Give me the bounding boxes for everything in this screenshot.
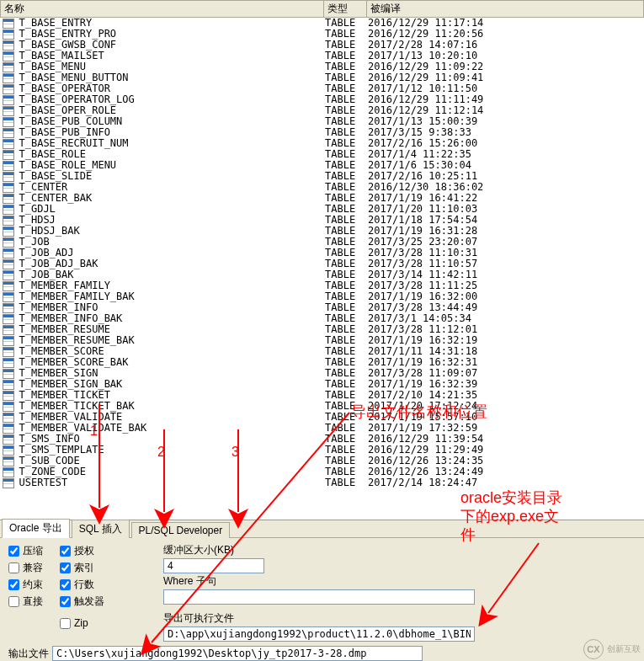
table-row[interactable]: T_JOBTABLE2017/3/25 23:20:07	[1, 237, 644, 248]
table-icon	[1, 445, 18, 456]
table-icon	[1, 160, 18, 171]
table-icon	[1, 401, 18, 412]
table-row[interactable]: T_HDSJ_BAKTABLE2017/1/19 16:31:28	[1, 226, 644, 237]
table-icon	[1, 335, 18, 346]
output-input[interactable]	[52, 646, 423, 661]
cell-type: TABLE	[323, 477, 366, 488]
opt-index[interactable]: 索引	[60, 560, 104, 575]
table-icon	[1, 291, 18, 302]
table-row[interactable]: T_HDSJTABLE2017/1/18 17:54:54	[1, 215, 644, 226]
table-icon	[1, 456, 18, 466]
table-icon	[1, 248, 18, 259]
col-type[interactable]: 类型	[323, 1, 366, 18]
table-row[interactable]: T_GDJLTABLE2017/1/20 11:10:03	[1, 204, 644, 215]
where-label: Where 子句	[163, 574, 636, 589]
table-icon	[1, 280, 18, 291]
table-icon	[1, 269, 18, 280]
output-label: 输出文件	[8, 647, 49, 661]
table-icon	[1, 302, 18, 313]
table-icon	[1, 259, 18, 269]
table-icon	[1, 412, 18, 423]
table-icon	[1, 346, 18, 357]
object-table[interactable]: 名称 类型 被编译 T_BASE_ENTRYTABLE2016/12/29 11…	[0, 0, 644, 488]
table-icon	[1, 18, 18, 29]
table-icon	[1, 357, 18, 368]
table-icon	[1, 204, 18, 215]
table-icon	[1, 94, 18, 105]
col-date[interactable]: 被编译	[366, 1, 643, 18]
table-icon	[1, 83, 18, 94]
exec-label: 导出可执行文件	[163, 611, 636, 626]
table-icon	[1, 368, 18, 379]
table-row[interactable]: T_BASE_ROLE_MENUTABLE2017/1/6 15:30:04	[1, 160, 644, 171]
table-icon	[1, 171, 18, 182]
table-icon	[1, 149, 18, 160]
cell-date: 2017/2/14 18:24:47	[366, 477, 643, 488]
table-icon	[1, 51, 18, 61]
watermark: CX 创新互联	[583, 639, 641, 659]
where-input[interactable]	[163, 589, 475, 605]
opt-compat[interactable]: 兼容	[8, 560, 43, 575]
table-icon	[1, 434, 18, 445]
table-icon	[1, 423, 18, 434]
opt-direct[interactable]: 直接	[8, 594, 43, 609]
col-name[interactable]: 名称	[1, 1, 324, 18]
table-icon	[1, 127, 18, 138]
table-icon	[1, 72, 18, 83]
table-icon	[1, 324, 18, 335]
buffer-label: 缓冲区大小(KB)	[163, 543, 636, 557]
table-icon	[1, 40, 18, 51]
table-row[interactable]: T_ZONE_CODETABLE2016/12/26 13:24:49	[1, 466, 644, 477]
table-row[interactable]: T_JOB_ADJ_BAKTABLE2017/3/28 11:10:57	[1, 259, 644, 269]
table-icon	[1, 466, 18, 477]
export-tabs: Oracle 导出 SQL 插入 PL/SQL Developer	[0, 520, 644, 538]
table-row[interactable]: T_CENTERTABLE2016/12/30 18:36:02	[1, 182, 644, 193]
table-row[interactable]: T_SMS_TEMPLATETABLE2016/12/29 11:29:49	[1, 445, 644, 456]
exec-input[interactable]	[163, 626, 475, 642]
cell-date: 2016/12/29 11:17:14	[366, 18, 643, 29]
opt-compress[interactable]: 压缩	[8, 543, 43, 558]
table-row[interactable]: T_SUB_CODETABLE2016/12/26 13:24:35	[1, 456, 644, 466]
opt-zip[interactable]: Zip	[60, 616, 104, 631]
buffer-input[interactable]	[163, 558, 264, 573]
table-row[interactable]: T_BASE_ENTRYTABLE2016/12/29 11:17:14	[1, 18, 644, 29]
table-icon	[1, 477, 18, 488]
table-icon	[1, 116, 18, 127]
table-row[interactable]: T_BASE_SLIDETABLE2017/2/16 10:25:11	[1, 171, 644, 182]
table-row[interactable]: T_BASE_MAILSETTABLE2017/1/13 10:20:10	[1, 51, 644, 61]
opt-rows[interactable]: 行数	[60, 577, 104, 592]
tab-plsql-dev[interactable]: PL/SQL Developer	[131, 522, 231, 538]
table-row[interactable]: T_BASE_RECRUIT_NUMTABLE2017/2/16 15:26:0…	[1, 138, 644, 149]
table-row[interactable]: T_CENTER_BAKTABLE2017/1/19 16:41:22	[1, 193, 644, 204]
export-options-panel: 压缩 兼容 约束 直接 授权 索引 行数 触发器 Zip 缓冲区大小(KB) W…	[0, 538, 644, 661]
opt-grant[interactable]: 授权	[60, 543, 104, 558]
cell-name: T_HDSJ_BAK	[18, 226, 324, 237]
table-icon	[1, 138, 18, 149]
table-row[interactable]: USERTESTTABLE2017/2/14 18:24:47	[1, 477, 644, 488]
table-icon	[1, 237, 18, 248]
table-row[interactable]: T_MEMBER_VALIDATE_BAKTABLE2017/1/19 17:3…	[1, 423, 644, 434]
table-icon	[1, 379, 18, 390]
cell-type: TABLE	[323, 18, 366, 29]
cell-name: T_BASE_ENTRY	[18, 18, 324, 29]
table-icon	[1, 226, 18, 237]
cell-name: USERTEST	[18, 477, 324, 488]
table-icon	[1, 390, 18, 401]
opt-trigger[interactable]: 触发器	[60, 594, 104, 609]
tab-sql-insert[interactable]: SQL 插入	[72, 520, 130, 538]
table-icon	[1, 61, 18, 72]
cell-name: T_CENTER_BAK	[18, 193, 324, 204]
cell-name: T_GDJL	[18, 204, 324, 215]
table-icon	[1, 313, 18, 324]
tab-oracle-export[interactable]: Oracle 导出	[2, 519, 70, 538]
table-icon	[1, 193, 18, 204]
table-icon	[1, 182, 18, 193]
table-icon	[1, 105, 18, 116]
table-icon	[1, 215, 18, 226]
opt-constraint[interactable]: 约束	[8, 577, 43, 592]
table-icon	[1, 29, 18, 40]
